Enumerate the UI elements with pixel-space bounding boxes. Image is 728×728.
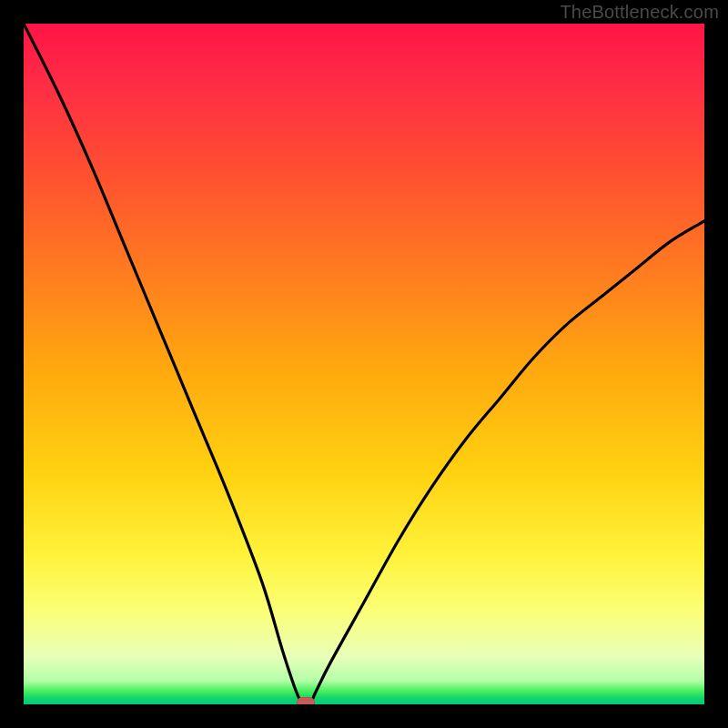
chart-frame: TheBottleneck.com: [0, 0, 728, 728]
bottleneck-curve: [24, 24, 704, 704]
minimum-marker: [297, 697, 315, 704]
plot-area: [24, 24, 704, 704]
watermark-text: TheBottleneck.com: [560, 2, 719, 23]
